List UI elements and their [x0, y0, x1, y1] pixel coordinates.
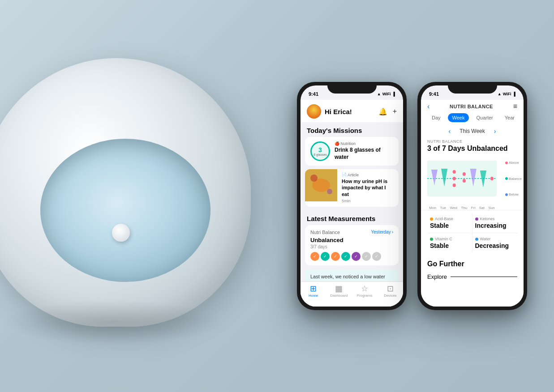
vitamin-c-dot	[430, 238, 433, 241]
week-label: This Week	[460, 128, 485, 134]
nutri-balance-label: NUTRI BALANCE	[427, 139, 517, 144]
svg-point-7	[463, 179, 466, 183]
toilet-bowl-interior	[40, 139, 210, 282]
status-time-2: 9:41	[429, 91, 439, 97]
tab-quarter[interactable]: Quarter	[472, 113, 497, 122]
water-value: Decreasing	[475, 242, 515, 249]
next-week-button[interactable]: ›	[494, 128, 496, 135]
phone1-main-content: Hi Erica! 🔔 + Today's Missions 3 8 glass…	[301, 100, 403, 307]
greeting-text: Hi Erica!	[325, 108, 378, 115]
svg-marker-2	[441, 169, 447, 187]
mission-title: Drink 8 glasses of water	[335, 147, 393, 161]
phone-1-screen: 9:41 ▲ WiFi ▐ Hi Erica! 🔔 +	[301, 85, 403, 307]
acid-base-dot	[430, 217, 433, 221]
day-fri: Fri	[471, 206, 475, 210]
chart-days: Mon Tue Wed Thu Fri Sat Sun	[427, 206, 497, 210]
phone-home: 9:41 ▲ WiFi ▐ Hi Erica! 🔔 +	[297, 82, 407, 310]
tab-dashboard[interactable]: ▦ Dashboard	[326, 285, 352, 303]
tab-week[interactable]: Week	[448, 113, 469, 122]
home-tab-icon: ⊞	[310, 285, 317, 293]
ketones-dot	[475, 217, 478, 221]
day-tue: Tue	[440, 206, 446, 210]
vitamin-c-indicator: Vitamin C	[430, 237, 469, 241]
battery-icon-2: ▐	[513, 92, 515, 96]
tab-programs[interactable]: ☆ Programs	[352, 285, 378, 303]
week-navigation: ‹ This Week ›	[421, 126, 524, 136]
wifi-icon-2: WiFi	[503, 92, 511, 96]
mission-circle: 3 8 glasses	[310, 141, 330, 161]
balance-dot	[505, 177, 508, 180]
avatar[interactable]	[307, 104, 321, 119]
back-button[interactable]: ‹	[427, 102, 429, 111]
chart-legend: Above Balance Below	[505, 161, 522, 196]
status-icons-1: ▲ WiFi ▐	[377, 92, 395, 96]
measurement-dots: ✓ ✓ ✓ ✓ ✓ ✓ ✓	[310, 252, 393, 261]
explore-row[interactable]: Explore	[421, 270, 524, 284]
article-thumbnail	[305, 169, 337, 201]
prev-week-button[interactable]: ‹	[449, 128, 451, 135]
notification-icon[interactable]: 🔔	[378, 107, 387, 116]
chart-area: Mon Tue Wed Thu Fri Sat Sun Above	[421, 156, 524, 210]
measurements-section: Nutri Balance Yesterday › Unbalanced 3/7…	[301, 225, 403, 265]
legend-balance: Balance	[505, 177, 522, 181]
dot-5: ✓	[352, 252, 361, 261]
phones-container: 9:41 ▲ WiFi ▐ Hi Erica! 🔔 +	[297, 82, 527, 310]
article-category: 📄 Article	[342, 173, 394, 177]
svg-point-3	[453, 170, 456, 174]
tab-day[interactable]: Day	[427, 113, 445, 122]
vitamin-c-value: Stable	[430, 242, 469, 249]
tab-bar: ⊞ Home ▦ Dashboard ☆ Programs ⊡ Devices	[301, 281, 403, 307]
tab-year[interactable]: Year	[500, 113, 519, 122]
svg-point-5	[453, 183, 456, 187]
svg-point-4	[453, 177, 456, 180]
add-icon[interactable]: +	[393, 107, 397, 115]
chevron-right-icon: ›	[392, 230, 393, 234]
signal-icon-2: ▲	[498, 92, 502, 96]
status-icons-2: ▲ WiFi ▐	[498, 92, 515, 96]
legend-below: Below	[505, 192, 522, 196]
article-content: 📄 Article How my urine pH is impacted by…	[337, 169, 399, 207]
measurement-time: Yesterday ›	[371, 230, 393, 234]
header-actions: 🔔 +	[378, 107, 397, 116]
dot-4: ✓	[341, 252, 350, 261]
nutri-balance-status: 3 of 7 Days Unbalanced	[427, 145, 517, 153]
tab-devices[interactable]: ⊡ Devices	[378, 285, 403, 303]
dot-1: ✓	[310, 252, 319, 261]
measurement-card-title: Nutri Balance	[310, 230, 340, 235]
mission-category: 🍎 Nutrition	[335, 141, 393, 146]
tab-home[interactable]: ⊞ Home	[301, 285, 326, 303]
nutri-header: ‹ NUTRI BALANCE ≡	[421, 100, 524, 113]
status-time-1: 9:41	[309, 91, 318, 97]
signal-icon: ▲	[377, 92, 381, 96]
svg-marker-1	[431, 170, 438, 185]
measurement-status: Unbalanced	[310, 237, 393, 243]
home-header: Hi Erica! 🔔 +	[301, 100, 403, 122]
battery-icon: ▐	[392, 92, 395, 96]
metric-ketones: Ketones Increasing	[472, 213, 518, 233]
avatar-image	[307, 104, 321, 119]
day-sat: Sat	[479, 206, 485, 210]
measurements-title: Latest Measurements	[301, 210, 403, 225]
nutri-balance-card[interactable]: Nutri Balance Yesterday › Unbalanced 3/7…	[305, 225, 399, 265]
phone-notch-2	[448, 82, 497, 94]
toilet-flush-button	[112, 224, 130, 242]
menu-icon[interactable]: ≡	[513, 102, 517, 111]
acid-base-indicator: Acid-Base	[430, 217, 469, 221]
metrics-grid: Acid-Base Stable Ketones Increasing	[421, 210, 524, 256]
chart-svg	[427, 156, 497, 201]
measurement-days: 3/7 days	[310, 244, 393, 249]
svg-marker-9	[480, 170, 486, 187]
article-image	[305, 169, 337, 201]
dot-7: ✓	[372, 252, 381, 261]
dashboard-tab-label: Dashboard	[330, 294, 348, 298]
phone-notch-1	[327, 82, 377, 94]
phone-2-screen: 9:41 ▲ WiFi ▐ ‹ NUTRI BALANCE ≡ Day	[421, 85, 524, 307]
phone-nutri-balance: 9:41 ▲ WiFi ▐ ‹ NUTRI BALANCE ≡ Day	[417, 82, 527, 310]
explore-label: Explore	[427, 273, 447, 280]
metric-water: Water Decreasing	[472, 233, 518, 253]
acid-base-value: Stable	[430, 222, 469, 229]
day-sun: Sun	[488, 206, 494, 210]
article-card[interactable]: 📄 Article How my urine pH is impacted by…	[305, 169, 399, 207]
ketones-indicator: Ketones	[475, 217, 515, 221]
nutrition-mission-card[interactable]: 3 8 glasses 🍎 Nutrition Drink 8 glasses …	[305, 137, 399, 166]
